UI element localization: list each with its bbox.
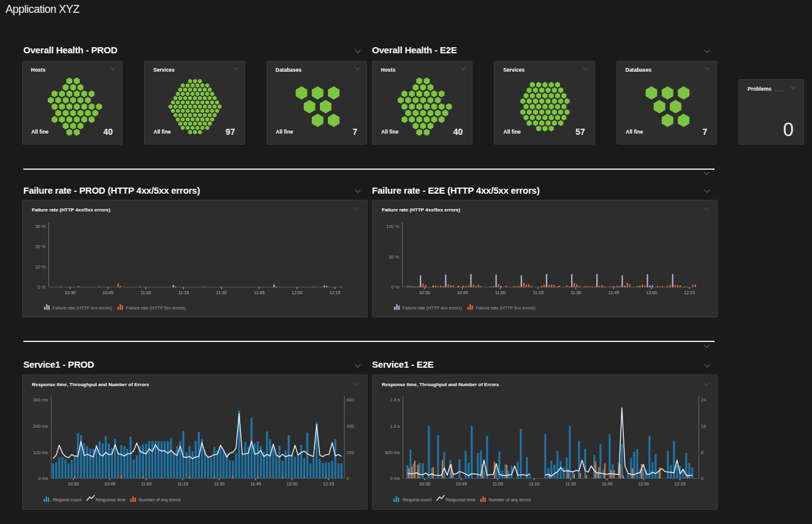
svg-text:Request count: Request count xyxy=(402,497,431,503)
svg-text:Response time, Throughput and: Response time, Throughput and Number of … xyxy=(32,382,150,387)
svg-text:11:15: 11:15 xyxy=(178,290,189,295)
svg-text:Number of any errors: Number of any errors xyxy=(488,497,531,503)
svg-text:11:30: 11:30 xyxy=(571,290,581,295)
svg-text:11:45: 11:45 xyxy=(608,290,618,295)
svg-text:10:45: 10:45 xyxy=(102,290,113,295)
svg-text:12:00: 12:00 xyxy=(287,481,298,487)
svg-text:50 %: 50 % xyxy=(389,254,399,260)
svg-text:0: 0 xyxy=(700,476,703,481)
svg-text:20 %: 20 % xyxy=(35,244,45,249)
svg-text:12:15: 12:15 xyxy=(323,481,334,487)
svg-text:10:45: 10:45 xyxy=(455,481,466,487)
svg-text:11:45: 11:45 xyxy=(601,481,612,487)
svg-text:240 ms: 240 ms xyxy=(33,423,48,429)
svg-text:400: 400 xyxy=(347,423,355,429)
svg-text:16: 16 xyxy=(700,423,705,429)
svg-text:11:00: 11:00 xyxy=(141,481,151,487)
svg-text:12:00: 12:00 xyxy=(646,290,657,295)
svg-text:12:00: 12:00 xyxy=(638,481,649,487)
svg-text:10:30: 10:30 xyxy=(419,481,430,487)
svg-text:Response time: Response time xyxy=(96,497,126,503)
svg-text:10 %: 10 % xyxy=(35,264,45,270)
svg-text:10:30: 10:30 xyxy=(65,290,76,295)
svg-text:Number of any errors: Number of any errors xyxy=(138,497,181,503)
svg-text:100 %: 100 % xyxy=(386,224,400,229)
svg-text:30 %: 30 % xyxy=(35,224,45,229)
svg-text:Failure rate (HTTP 5xx errors): Failure rate (HTTP 5xx errors) xyxy=(476,305,535,311)
svg-text:11:00: 11:00 xyxy=(495,290,505,295)
svg-text:12:15: 12:15 xyxy=(329,290,340,295)
svg-text:12:00: 12:00 xyxy=(292,290,303,295)
svg-text:8: 8 xyxy=(700,450,703,455)
svg-text:10:45: 10:45 xyxy=(104,481,115,487)
svg-text:Failure rate (HTTP 5xx errors): Failure rate (HTTP 5xx errors) xyxy=(126,305,186,311)
svg-text:11:00: 11:00 xyxy=(492,481,503,487)
svg-text:11:45: 11:45 xyxy=(250,481,260,487)
svg-text:0: 0 xyxy=(347,476,349,481)
svg-text:Request count: Request count xyxy=(53,497,82,503)
svg-text:11:15: 11:15 xyxy=(533,290,543,295)
svg-text:0 ms: 0 ms xyxy=(38,476,48,481)
svg-text:Failure rate (HTTP 4xx errors): Failure rate (HTTP 4xx errors) xyxy=(53,305,112,311)
svg-text:12:15: 12:15 xyxy=(674,481,685,487)
svg-text:Response time: Response time xyxy=(446,497,476,503)
svg-text:11:15: 11:15 xyxy=(528,481,539,487)
svg-text:10:30: 10:30 xyxy=(419,290,430,295)
svg-text:200: 200 xyxy=(347,450,355,455)
svg-text:11:30: 11:30 xyxy=(565,481,575,487)
svg-text:11:00: 11:00 xyxy=(140,290,151,295)
svg-text:11:30: 11:30 xyxy=(216,290,227,295)
svg-text:10:45: 10:45 xyxy=(457,290,468,295)
svg-text:800 ms: 800 ms xyxy=(384,450,400,455)
svg-text:0 %: 0 % xyxy=(38,284,46,290)
svg-text:Response time, Throughput and: Response time, Throughput and Number of … xyxy=(382,382,499,387)
svg-text:2.4 s: 2.4 s xyxy=(390,397,400,403)
svg-text:1.6 s: 1.6 s xyxy=(390,423,400,429)
svg-text:11:15: 11:15 xyxy=(177,481,188,487)
svg-text:600: 600 xyxy=(347,397,355,403)
svg-text:Failure rate (HTTP 4xx/5xx er: Failure rate (HTTP 4xx/5xx errors) xyxy=(382,207,460,213)
svg-text:Failure rate (HTTP 4xx/5xx err: Failure rate (HTTP 4xx/5xx errors) xyxy=(32,207,110,213)
svg-text:0 %: 0 % xyxy=(391,284,399,290)
svg-text:10:30: 10:30 xyxy=(68,481,79,487)
svg-text:0 ms: 0 ms xyxy=(390,476,400,481)
svg-text:11:45: 11:45 xyxy=(254,290,264,295)
svg-text:11:30: 11:30 xyxy=(214,481,224,487)
svg-text:24: 24 xyxy=(700,397,705,403)
svg-text:12:15: 12:15 xyxy=(683,290,694,295)
svg-text:360 ms: 360 ms xyxy=(33,397,48,403)
svg-text:120 ms: 120 ms xyxy=(33,450,48,455)
svg-text:Failure rate (HTTP 4xx errors): Failure rate (HTTP 4xx errors) xyxy=(402,305,461,311)
